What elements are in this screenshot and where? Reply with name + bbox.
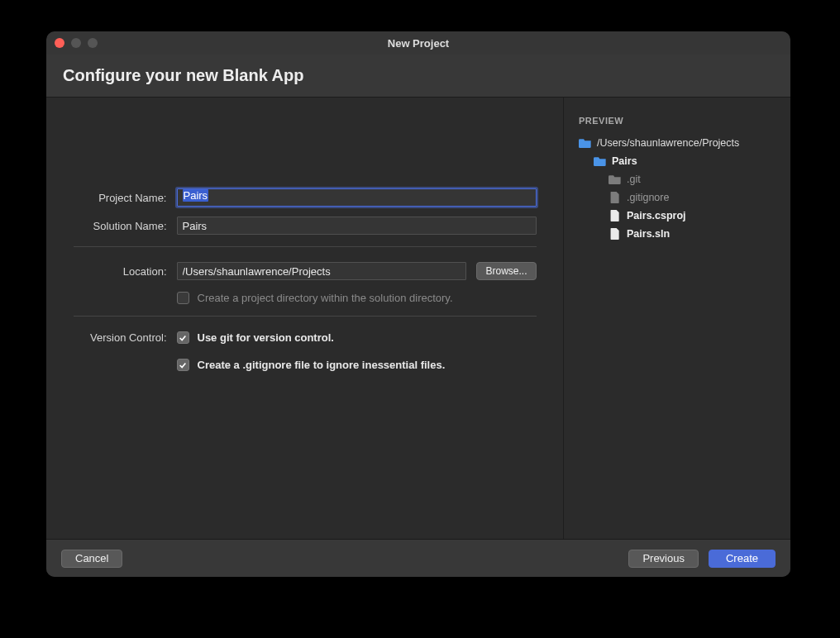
solution-name-label: Solution Name: <box>74 220 177 232</box>
minimize-window-icon[interactable] <box>71 38 81 48</box>
folder-icon <box>594 155 607 167</box>
project-name-label: Project Name: <box>74 192 177 204</box>
create-gitignore-checkbox[interactable] <box>177 359 189 371</box>
solution-name-input[interactable] <box>177 217 537 235</box>
file-icon <box>609 210 622 221</box>
location-label: Location: <box>74 265 177 278</box>
tree-item-label: .git <box>627 174 641 185</box>
tree-item: Pairs.sln <box>579 225 779 243</box>
tree-item-label: /Users/shaunlawrence/Projects <box>597 137 739 149</box>
tree-item: Pairs <box>579 152 779 170</box>
previous-button[interactable]: Previous <box>628 550 699 568</box>
form-area: Project Name: Pairs Solution Name: Locat… <box>46 98 563 539</box>
close-window-icon[interactable] <box>55 38 64 48</box>
location-input[interactable] <box>177 262 467 280</box>
page-title: Configure your new Blank App <box>63 66 304 85</box>
window-controls <box>55 38 98 48</box>
new-project-window: New Project Configure your new Blank App… <box>46 31 790 577</box>
footer: Cancel Previous Create <box>46 539 790 577</box>
preview-tree: /Users/shaunlawrence/ProjectsPairs.git.g… <box>579 134 779 243</box>
tree-item-label: .gitignore <box>627 192 669 203</box>
tree-item: .gitignore <box>579 188 779 207</box>
file-icon <box>609 192 622 203</box>
divider <box>74 316 537 317</box>
file-icon <box>609 228 622 240</box>
browse-button[interactable]: Browse... <box>476 262 536 280</box>
folder-icon <box>609 174 622 185</box>
tree-item: Pairs.csproj <box>579 207 779 225</box>
page-header: Configure your new Blank App <box>46 55 790 98</box>
create-directory-label: Create a project directory within the so… <box>198 292 453 304</box>
maximize-window-icon[interactable] <box>88 38 98 48</box>
preview-panel: PREVIEW /Users/shaunlawrence/ProjectsPai… <box>563 98 790 539</box>
cancel-button[interactable]: Cancel <box>61 550 122 568</box>
tree-item-label: Pairs.sln <box>627 228 670 240</box>
project-name-input[interactable]: Pairs <box>177 188 537 207</box>
folder-icon <box>579 137 592 149</box>
tree-item-label: Pairs.csproj <box>627 210 686 221</box>
tree-item-label: Pairs <box>612 155 637 167</box>
divider <box>74 246 537 247</box>
tree-item: .git <box>579 170 779 188</box>
titlebar: New Project <box>46 31 790 55</box>
window-title: New Project <box>46 37 790 50</box>
use-git-label: Use git for version control. <box>198 331 334 344</box>
preview-title: PREVIEW <box>579 116 779 126</box>
version-control-label: Version Control: <box>74 331 177 344</box>
project-name-value: Pairs <box>183 189 209 202</box>
create-button[interactable]: Create <box>709 550 776 568</box>
use-git-checkbox[interactable] <box>177 331 189 344</box>
create-gitignore-label: Create a .gitignore file to ignore iness… <box>198 359 446 371</box>
tree-item: /Users/shaunlawrence/Projects <box>579 134 779 152</box>
create-directory-checkbox[interactable] <box>177 292 189 304</box>
body: Project Name: Pairs Solution Name: Locat… <box>46 98 790 539</box>
